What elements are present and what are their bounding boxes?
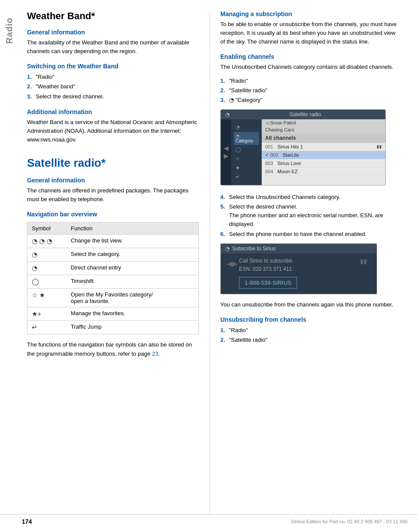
enable-step-3: 3.◔ "Category" bbox=[220, 95, 401, 105]
channel-indicator: ▮▮ bbox=[377, 144, 382, 149]
function-traffic-jump: Traffic Jump bbox=[67, 321, 199, 334]
function-timeshift: Timeshift bbox=[67, 275, 199, 289]
subscribe-call-text: Call Sirius to subscribe. bbox=[239, 258, 360, 264]
symbol-favorites: ☆ ★ bbox=[27, 289, 67, 307]
function-manage-favorites: Manage the favorites. bbox=[67, 307, 199, 321]
nav-bar-heading: Navigation bar overview bbox=[27, 211, 199, 218]
screen-nav-item-category[interactable]: ◔ Category bbox=[234, 132, 259, 145]
enabling-channels-heading: Enabling channels bbox=[220, 53, 401, 60]
unsubscribe-step-1: 1."Radio" bbox=[220, 326, 401, 335]
enable-step-5: 5. Select the desired channel. The phone… bbox=[220, 202, 401, 229]
page-container: Radio Weather Band* General information … bbox=[0, 0, 418, 532]
enabling-channels-steps: 1."Radio" 2."Satellite radio" 3.◔ "Categ… bbox=[220, 76, 401, 105]
weather-general-info-heading: General information bbox=[27, 29, 199, 36]
symbol-timeshift: ◯ bbox=[27, 275, 67, 289]
subscribe-phone-number[interactable]: 1-888-539-SIRIUS bbox=[239, 277, 297, 289]
screen-main-list: ☺ Snow Patrol Chasing Cars All channels … bbox=[262, 119, 385, 185]
switching-steps: 1."Radio" 2."Weather band" 3.Select the … bbox=[27, 72, 199, 101]
step-5-note: The phone number and an electronic seria… bbox=[220, 211, 401, 229]
enable-step-6: 6.Select the phone number to have the ch… bbox=[220, 229, 401, 239]
table-row: ◔ ◔ ◔ Change the list view. bbox=[27, 235, 199, 248]
table-header-function: Function bbox=[67, 222, 199, 235]
enabling-channels-body: The Unsubscribed Channels category conta… bbox=[220, 63, 401, 71]
arrow-right-icon: ▶ bbox=[224, 153, 229, 159]
screen-left-nav: ◔ ◔ Category ◯ ☆ ★ ↵ bbox=[231, 119, 262, 185]
nav-bar-table: Symbol Function ◔ ◔ ◔ Change the list vi… bbox=[27, 222, 199, 334]
subcategory-icon: ☺ bbox=[265, 120, 270, 125]
screen-full-row: ◀ ▶ ◔ ◔ Category ◯ ☆ ★ ↵ bbox=[221, 119, 385, 185]
category-icon: ◔ bbox=[236, 134, 257, 138]
unsubscribe-step-2: 2."Satellite radio" bbox=[220, 335, 401, 345]
subcategory-snow-patrol: ☺ Snow Patrol bbox=[262, 119, 385, 126]
footer-page-ref[interactable]: 23 bbox=[152, 350, 158, 357]
subscribe-title-bar: ◔ Subscribe to Sirius bbox=[221, 244, 377, 253]
subscribe-esn-text: ESN: 020 373 371 411 bbox=[239, 266, 360, 272]
subscribe-arrows: ◀▶ bbox=[227, 260, 237, 267]
channel-004[interactable]: 004 Movin EZ bbox=[262, 168, 385, 176]
additional-info-body: Weather Band is a service of the Nationa… bbox=[27, 118, 199, 144]
screen-nav-item-3[interactable]: ◯ bbox=[234, 145, 259, 154]
all-channels-header: All channels bbox=[262, 133, 385, 143]
function-direct-entry: Direct channel entry bbox=[67, 262, 199, 275]
switching-heading: Switching on the Weather Band bbox=[27, 63, 199, 70]
weather-general-info-body: The availability of the Weather Band and… bbox=[27, 38, 199, 56]
enable-step-1: 1."Radio" bbox=[220, 76, 401, 86]
table-row: ◔ Direct channel entry bbox=[27, 262, 199, 275]
page-footer: 174 Online Edition for Part no. 01 40 2 … bbox=[0, 514, 418, 525]
symbol-category: ◔ bbox=[27, 248, 67, 262]
table-row: ↵ Traffic Jump bbox=[27, 321, 199, 334]
enable-step-2: 2."Satellite radio" bbox=[220, 86, 401, 95]
enable-step-4: 4.Select the Unsubscribed Channels categ… bbox=[220, 192, 401, 202]
page-number: 174 bbox=[22, 518, 32, 525]
managing-subscription-heading: Managing a subscription bbox=[220, 10, 401, 17]
screen-nav-item-6[interactable]: ↵ bbox=[234, 172, 259, 182]
function-list-view: Change the list view. bbox=[67, 235, 199, 248]
subscribe-title-icon: ◔ bbox=[225, 246, 229, 252]
subscribe-right-icon: ▮▮ bbox=[360, 258, 367, 265]
step-1: 1."Radio" bbox=[27, 72, 199, 82]
table-row: ◯ Timeshift bbox=[27, 275, 199, 289]
category-label: Category bbox=[236, 138, 257, 143]
symbol-list-view: ◔ ◔ ◔ bbox=[27, 235, 67, 248]
subcategory-chasing-cars: Chasing Cars bbox=[262, 126, 385, 133]
satellite-radio-title: Satellite radio* bbox=[27, 156, 199, 170]
subcategory-chasing-cars-text: Chasing Cars bbox=[265, 127, 294, 132]
table-header-symbol: Symbol bbox=[27, 222, 67, 235]
nav-bar-footer-note: The functions of the navigation bar symb… bbox=[27, 340, 199, 358]
screen-nav-item-4[interactable]: ☆ bbox=[234, 154, 259, 163]
arrow-left-icon: ◀ bbox=[224, 145, 229, 151]
content-area: Weather Band* General information The av… bbox=[18, 0, 418, 532]
unsubscribing-steps: 1."Radio" 2."Satellite radio" bbox=[220, 326, 401, 345]
table-row: ◔ Select the category. bbox=[27, 248, 199, 262]
screen-nav-item-5[interactable]: ★ bbox=[234, 163, 259, 172]
sidebar-label: Radio bbox=[4, 17, 14, 44]
function-favorites: Open the My Favorites category/open a fa… bbox=[67, 289, 199, 307]
satellite-general-info-body: The channels are offered in predefined p… bbox=[27, 186, 199, 204]
satellite-radio-screen: ◔ Satellite radio ◀ ▶ ◔ ◔ Category bbox=[220, 109, 386, 185]
subscribe-title-text: Subscribe to Sirius bbox=[232, 246, 276, 252]
footer-note-text: The functions of the navigation bar symb… bbox=[27, 341, 192, 357]
unsubscribing-heading: Unsubscribing from channels bbox=[220, 316, 401, 323]
unsubscribe-note: You can unsubscribe from the channels ag… bbox=[220, 300, 401, 309]
subscribe-body: ◀▶ Call Sirius to subscribe. ESN: 020 37… bbox=[221, 253, 377, 294]
screen-arrows-col: ◀ ▶ bbox=[221, 119, 231, 185]
satellite-general-info-heading: General information bbox=[27, 177, 199, 184]
function-category: Select the category. bbox=[67, 248, 199, 262]
screen-nav-item-1[interactable]: ◔ bbox=[234, 123, 259, 132]
channel-002[interactable]: ✓ 002 StarLite bbox=[262, 151, 385, 159]
left-column: Weather Band* General information The av… bbox=[18, 10, 210, 515]
table-row: ☆ ★ Open the My Favorites category/open … bbox=[27, 289, 199, 307]
symbol-manage-favorites: ★+ bbox=[27, 307, 67, 321]
managing-subscription-body: To be able to enable or unsubscribe from… bbox=[220, 20, 401, 46]
sidebar: Radio bbox=[0, 0, 18, 532]
symbol-traffic-jump: ↵ bbox=[27, 321, 67, 334]
screen-title-bar: ◔ Satellite radio bbox=[221, 110, 385, 119]
step-2: 2."Weather band" bbox=[27, 82, 199, 91]
screen-title-icon: ◔ bbox=[225, 111, 229, 118]
screen-title-text: Satellite radio bbox=[290, 111, 321, 118]
channel-001[interactable]: 001 Sirius Hits 1 ▮▮ bbox=[262, 143, 385, 151]
check-icon: ✓ bbox=[265, 152, 269, 157]
subscribe-screen: ◔ Subscribe to Sirius ◀▶ Call Sirius to … bbox=[220, 243, 377, 294]
enabling-channels-steps-continued: 4.Select the Unsubscribed Channels categ… bbox=[220, 192, 401, 239]
channel-003[interactable]: 003 Sirius Love bbox=[262, 159, 385, 168]
